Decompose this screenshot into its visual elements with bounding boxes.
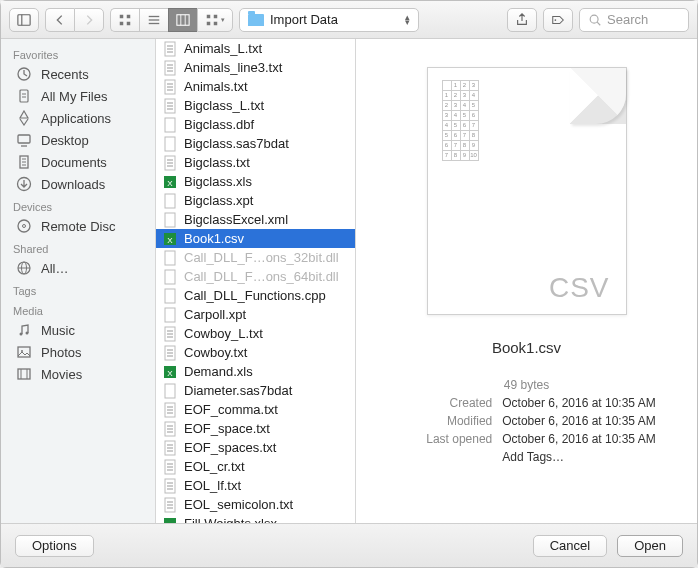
sidebar-item-remote-disc[interactable]: Remote Disc — [1, 215, 155, 237]
file-name: Bigclass_L.txt — [184, 98, 264, 113]
svg-point-16 — [555, 19, 557, 21]
file-row[interactable]: EOL_lf.txt — [156, 476, 355, 495]
file-row[interactable]: EOF_space.txt — [156, 419, 355, 438]
svg-rect-4 — [120, 21, 124, 25]
search-field[interactable]: Search — [579, 8, 689, 32]
svg-rect-58 — [165, 118, 175, 132]
column-view-button[interactable] — [168, 8, 197, 32]
preview-pane: 123 1234 2345 3456 4567 5678 6789 78910 … — [356, 39, 697, 523]
open-button[interactable]: Open — [617, 535, 683, 557]
coverflow-view-button[interactable]: ▾ — [197, 8, 233, 32]
svg-rect-73 — [165, 308, 175, 322]
file-type-icon — [162, 402, 178, 418]
file-row[interactable]: Call_DLL_F…ons_32bit.dll — [156, 248, 355, 267]
file-row[interactable]: Cowboy_L.txt — [156, 324, 355, 343]
file-type-icon — [162, 307, 178, 323]
list-view-button[interactable] — [139, 8, 168, 32]
photos-icon — [15, 344, 33, 360]
search-icon — [588, 13, 602, 27]
file-type-icon — [162, 193, 178, 209]
created-value: October 6, 2016 at 10:35 AM — [502, 396, 655, 410]
svg-text:X: X — [167, 236, 173, 245]
svg-rect-12 — [207, 14, 211, 18]
file-row[interactable]: Cowboy.txt — [156, 343, 355, 362]
file-row[interactable]: Animals_line3.txt — [156, 58, 355, 77]
file-row[interactable]: Bigclass.sas7bdat — [156, 134, 355, 153]
folder-dropdown[interactable]: Import Data ▴▾ — [239, 8, 419, 32]
sidebar-toggle-button[interactable] — [9, 8, 39, 32]
sidebar-item-photos[interactable]: Photos — [1, 341, 155, 363]
file-row[interactable]: XDemand.xls — [156, 362, 355, 381]
svg-rect-9 — [177, 14, 189, 25]
sidebar-item-documents[interactable]: Documents — [1, 151, 155, 173]
file-row[interactable]: EOF_comma.txt — [156, 400, 355, 419]
file-name: Call_DLL_F…ons_64bit.dll — [184, 269, 339, 284]
cancel-button[interactable]: Cancel — [533, 535, 607, 557]
desktop-icon — [15, 132, 33, 148]
svg-rect-67 — [165, 213, 175, 227]
file-type-icon: X — [162, 174, 178, 190]
sidebar-item-all-[interactable]: All… — [1, 257, 155, 279]
file-row[interactable]: XBook1.csv — [156, 229, 355, 248]
file-name: Animals_line3.txt — [184, 60, 282, 75]
sidebar-item-desktop[interactable]: Desktop — [1, 129, 155, 151]
add-tags-link[interactable]: Add Tags… — [502, 450, 655, 464]
file-row[interactable]: Bigclass.xpt — [156, 191, 355, 210]
file-row[interactable]: Carpoll.xpt — [156, 305, 355, 324]
doc-type-label: CSV — [549, 272, 610, 304]
file-row[interactable]: Animals_L.txt — [156, 39, 355, 58]
nav-buttons — [45, 8, 104, 32]
sidebar-section-header: Tags — [1, 279, 155, 299]
file-name: Bigclass.dbf — [184, 117, 254, 132]
file-type-icon — [162, 269, 178, 285]
svg-point-30 — [18, 220, 30, 232]
file-type-icon — [162, 459, 178, 475]
svg-rect-2 — [120, 14, 124, 18]
sidebar-item-all-my-files[interactable]: All My Files — [1, 85, 155, 107]
file-name: Animals.txt — [184, 79, 248, 94]
file-type-icon — [162, 212, 178, 228]
sidebar-item-movies[interactable]: Movies — [1, 363, 155, 385]
sidebar-item-applications[interactable]: Applications — [1, 107, 155, 129]
file-row[interactable]: XFill Weights.xlsx — [156, 514, 355, 523]
file-row[interactable]: Bigclass.dbf — [156, 115, 355, 134]
file-row[interactable]: EOF_spaces.txt — [156, 438, 355, 457]
created-label: Created — [397, 396, 492, 410]
share-button[interactable] — [507, 8, 537, 32]
svg-rect-66 — [165, 194, 175, 208]
file-name: EOL_cr.txt — [184, 459, 245, 474]
file-row[interactable]: EOL_semicolon.txt — [156, 495, 355, 514]
file-name: Call_DLL_Functions.cpp — [184, 288, 326, 303]
sidebar-item-label: Applications — [41, 111, 111, 126]
file-row[interactable]: BigclassExcel.xml — [156, 210, 355, 229]
page-fold-icon — [570, 68, 626, 124]
sidebar-item-downloads[interactable]: Downloads — [1, 173, 155, 195]
file-row[interactable]: Diameter.sas7bdat — [156, 381, 355, 400]
file-type-icon: X — [162, 516, 178, 524]
file-row[interactable]: Bigclass.txt — [156, 153, 355, 172]
file-list[interactable]: Animals_L.txtAnimals_line3.txtAnimals.tx… — [156, 39, 356, 523]
options-button[interactable]: Options — [15, 535, 94, 557]
sidebar-item-music[interactable]: Music — [1, 319, 155, 341]
tags-button[interactable] — [543, 8, 573, 32]
sidebar-item-label: All My Files — [41, 89, 107, 104]
sidebar-item-recents[interactable]: Recents — [1, 63, 155, 85]
popup-arrows-icon: ▴▾ — [405, 15, 410, 25]
file-row[interactable]: XBigclass.xls — [156, 172, 355, 191]
file-row[interactable]: EOL_cr.txt — [156, 457, 355, 476]
file-name: EOF_spaces.txt — [184, 440, 276, 455]
coverflow-icon — [205, 13, 219, 27]
folder-name: Import Data — [270, 12, 338, 27]
svg-point-17 — [590, 15, 598, 23]
modified-label: Modified — [397, 414, 492, 428]
file-type-icon — [162, 117, 178, 133]
forward-button[interactable] — [74, 8, 104, 32]
file-name: Cowboy.txt — [184, 345, 247, 360]
file-row[interactable]: Call_DLL_F…ons_64bit.dll — [156, 267, 355, 286]
file-row[interactable]: Animals.txt — [156, 77, 355, 96]
file-row[interactable]: Bigclass_L.txt — [156, 96, 355, 115]
icon-view-button[interactable] — [110, 8, 139, 32]
sidebar-item-label: Movies — [41, 367, 82, 382]
file-row[interactable]: Call_DLL_Functions.cpp — [156, 286, 355, 305]
back-button[interactable] — [45, 8, 74, 32]
